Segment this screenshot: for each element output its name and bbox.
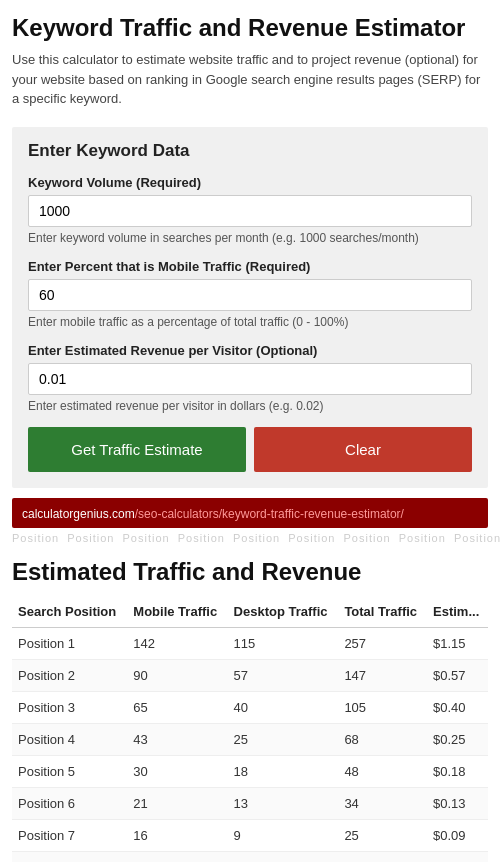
revenue-visitor-input[interactable]	[28, 363, 472, 395]
cell-total: 19	[338, 851, 427, 862]
mobile-traffic-input[interactable]	[28, 279, 472, 311]
mobile-traffic-hint: Enter mobile traffic as a percentage of …	[28, 315, 472, 329]
table-row: Position 8 12 7 19 $0.07	[12, 851, 488, 862]
col-estimated-revenue: Estim...	[427, 598, 488, 628]
cell-total: 105	[338, 691, 427, 723]
form-section: Enter Keyword Data Keyword Volume (Requi…	[12, 127, 488, 488]
table-row: Position 2 90 57 147 $0.57	[12, 659, 488, 691]
cell-desktop: 25	[228, 723, 339, 755]
table-row: Position 6 21 13 34 $0.13	[12, 787, 488, 819]
cell-revenue: $0.07	[427, 851, 488, 862]
button-row: Get Traffic Estimate Clear	[28, 427, 472, 472]
cell-mobile: 43	[127, 723, 227, 755]
cell-total: 48	[338, 755, 427, 787]
url-path: /seo-calculators/keyword-traffic-revenue…	[135, 507, 404, 521]
results-table: Search Position Mobile Traffic Desktop T…	[12, 598, 488, 863]
url-base: calculatorgenius.com	[22, 507, 135, 521]
revenue-visitor-label: Enter Estimated Revenue per Visitor (Opt…	[28, 343, 472, 358]
mobile-traffic-group: Enter Percent that is Mobile Traffic (Re…	[28, 259, 472, 329]
cell-position: Position 5	[12, 755, 127, 787]
table-row: Position 7 16 9 25 $0.09	[12, 819, 488, 851]
cell-desktop: 18	[228, 755, 339, 787]
cell-mobile: 21	[127, 787, 227, 819]
cell-total: 25	[338, 819, 427, 851]
cell-desktop: 115	[228, 627, 339, 659]
cell-revenue: $0.18	[427, 755, 488, 787]
cell-desktop: 7	[228, 851, 339, 862]
cell-total: 257	[338, 627, 427, 659]
cell-position: Position 4	[12, 723, 127, 755]
cell-desktop: 40	[228, 691, 339, 723]
results-section: Estimated Traffic and Revenue Search Pos…	[0, 548, 500, 863]
clear-button[interactable]: Clear	[254, 427, 472, 472]
cell-mobile: 16	[127, 819, 227, 851]
cell-revenue: $0.57	[427, 659, 488, 691]
col-desktop-traffic: Desktop Traffic	[228, 598, 339, 628]
cell-revenue: $0.25	[427, 723, 488, 755]
cell-mobile: 30	[127, 755, 227, 787]
keyword-volume-input[interactable]	[28, 195, 472, 227]
cell-total: 147	[338, 659, 427, 691]
cell-position: Position 8	[12, 851, 127, 862]
table-row: Position 3 65 40 105 $0.40	[12, 691, 488, 723]
cell-mobile: 65	[127, 691, 227, 723]
url-bar: calculatorgenius.com/seo-calculators/key…	[12, 498, 488, 528]
page-title: Keyword Traffic and Revenue Estimator	[12, 14, 488, 42]
cell-position: Position 7	[12, 819, 127, 851]
cell-total: 34	[338, 787, 427, 819]
table-row: Position 5 30 18 48 $0.18	[12, 755, 488, 787]
cell-position: Position 1	[12, 627, 127, 659]
mobile-traffic-label: Enter Percent that is Mobile Traffic (Re…	[28, 259, 472, 274]
position-scroll-bar: Position Position Position Position Posi…	[0, 528, 500, 548]
page-description: Use this calculator to estimate website …	[12, 50, 488, 109]
col-mobile-traffic: Mobile Traffic	[127, 598, 227, 628]
keyword-volume-hint: Enter keyword volume in searches per mon…	[28, 231, 472, 245]
table-row: Position 1 142 115 257 $1.15	[12, 627, 488, 659]
table-row: Position 4 43 25 68 $0.25	[12, 723, 488, 755]
keyword-volume-label: Keyword Volume (Required)	[28, 175, 472, 190]
results-title: Estimated Traffic and Revenue	[12, 558, 488, 586]
cell-mobile: 12	[127, 851, 227, 862]
cell-desktop: 9	[228, 819, 339, 851]
page-header: Keyword Traffic and Revenue Estimator Us…	[0, 0, 500, 117]
cell-desktop: 57	[228, 659, 339, 691]
cell-revenue: $1.15	[427, 627, 488, 659]
cell-total: 68	[338, 723, 427, 755]
cell-revenue: $0.13	[427, 787, 488, 819]
form-section-title: Enter Keyword Data	[28, 141, 472, 161]
calculate-button[interactable]: Get Traffic Estimate	[28, 427, 246, 472]
cell-desktop: 13	[228, 787, 339, 819]
cell-mobile: 142	[127, 627, 227, 659]
col-total-traffic: Total Traffic	[338, 598, 427, 628]
cell-position: Position 6	[12, 787, 127, 819]
cell-position: Position 2	[12, 659, 127, 691]
keyword-volume-group: Keyword Volume (Required) Enter keyword …	[28, 175, 472, 245]
cell-revenue: $0.40	[427, 691, 488, 723]
cell-position: Position 3	[12, 691, 127, 723]
revenue-visitor-group: Enter Estimated Revenue per Visitor (Opt…	[28, 343, 472, 413]
col-search-position: Search Position	[12, 598, 127, 628]
cell-revenue: $0.09	[427, 819, 488, 851]
cell-mobile: 90	[127, 659, 227, 691]
revenue-visitor-hint: Enter estimated revenue per visitor in d…	[28, 399, 472, 413]
